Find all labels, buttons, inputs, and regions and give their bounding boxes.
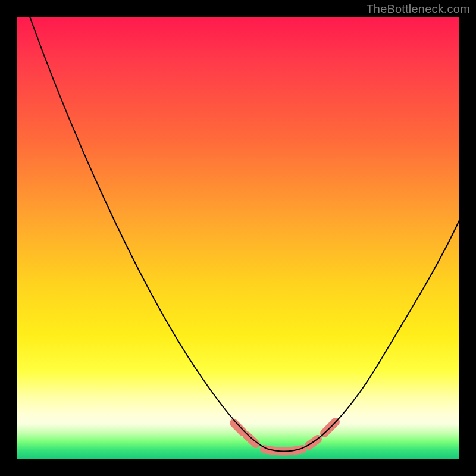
plot-area — [17, 17, 459, 459]
marker-flat — [264, 449, 302, 452]
bottleneck-curve — [30, 17, 459, 452]
chart-frame: TheBottleneck.com — [0, 0, 476, 476]
watermark-text: TheBottleneck.com — [366, 2, 470, 16]
marker-right-lower — [309, 439, 318, 446]
marker-left-upper — [234, 423, 243, 432]
curve-svg — [17, 17, 459, 459]
marker-group — [234, 422, 336, 452]
marker-left-lower — [247, 436, 256, 444]
marker-right-upper — [324, 422, 336, 433]
